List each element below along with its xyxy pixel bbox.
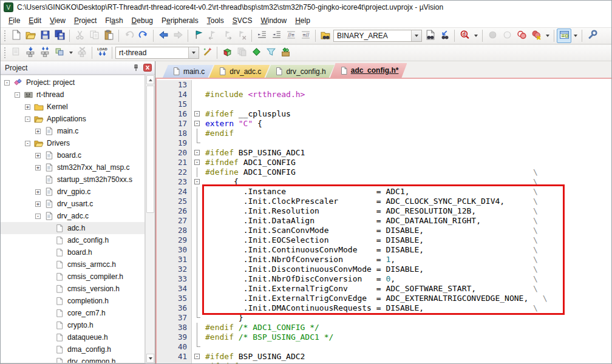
tree-item-applications[interactable]: -Applications	[1, 113, 144, 125]
code-line-31[interactable]: 31 .Init.NbrOfConversion = 1, \	[157, 255, 611, 265]
fold-collapse-marker[interactable]: -	[192, 177, 203, 187]
code-editor[interactable]: 1314#include <rtthread.h>1516-#ifdef __c…	[157, 80, 611, 363]
manage-components-button[interactable]	[220, 46, 234, 60]
tree-item-stm32h7xx-hal-msp-c[interactable]: +stm32h7xx_hal_msp.c	[1, 161, 144, 174]
menu-flash[interactable]: Flash	[101, 15, 127, 27]
incremental-find-button[interactable]	[437, 29, 452, 43]
fold-collapse-marker[interactable]: -	[192, 109, 203, 119]
tab-main-c[interactable]: main.c	[163, 65, 213, 78]
menu-svcs[interactable]: SVCS	[228, 15, 257, 27]
fold-collapse-marker[interactable]: -	[192, 158, 203, 167]
lookup-word-dropdown[interactable]	[472, 29, 480, 43]
tree-item-adc-config-h[interactable]: adc_config.h	[1, 234, 144, 246]
tree-item-main-c[interactable]: +main.c	[1, 125, 144, 137]
code-line-39[interactable]: 39#endif /* BSP_USING_ADC1 */	[157, 332, 611, 342]
paste-button[interactable]	[101, 29, 116, 43]
pack-installer-button[interactable]	[278, 46, 293, 60]
scrollbar-down-arrow[interactable]	[146, 354, 154, 363]
tab-drv-adc-c[interactable]: drv_adc.c	[209, 65, 270, 78]
expand-toggle[interactable]: +	[25, 104, 30, 110]
toolbar-grip[interactable]	[4, 30, 7, 42]
code-line-20[interactable]: 20-#ifdef BSP_USING_ADC1	[157, 148, 611, 158]
breakpoint-kill-all-dropdown[interactable]	[543, 29, 551, 43]
tree-item-drv-usart-c[interactable]: +drv_usart.c	[1, 198, 144, 210]
tree-item-cmsis-version-h[interactable]: cmsis_version.h	[1, 283, 144, 295]
tree-item-crypto-h[interactable]: crypto.h	[1, 319, 144, 331]
window-list-dropdown[interactable]	[571, 29, 579, 43]
collapse-toggle[interactable]: -	[25, 141, 30, 146]
tree-item-cmsis-armcc-h[interactable]: cmsis_armcc.h	[1, 258, 144, 271]
find-text-combo[interactable]: BINARY_AREA	[333, 30, 422, 42]
lookup-word-button[interactable]: d	[457, 29, 472, 43]
indent-button[interactable]	[254, 29, 269, 43]
code-line-38[interactable]: 38#endif /* ADC1_CONFIG */	[157, 323, 611, 332]
tree-item-completion-h[interactable]: completion.h	[1, 295, 144, 307]
code-line-35[interactable]: 35 .Init.ExternalTrigConvEdge = ADC_EXTE…	[157, 294, 611, 303]
fold-collapse-marker[interactable]: -	[192, 119, 203, 129]
code-line-13[interactable]: 13	[157, 80, 611, 90]
code-line-14[interactable]: 14#include <rtthread.h>	[157, 90, 611, 99]
tree-item-dma-config-h[interactable]: dma_config.h	[1, 343, 144, 356]
tree-item-dataqueue-h[interactable]: dataqueue.h	[1, 331, 144, 343]
find-text-combo-dropdown-arrow[interactable]	[411, 30, 421, 41]
tree-item-drv-adc-c[interactable]: -drv_adc.c	[1, 210, 144, 222]
batch-build-button[interactable]	[52, 46, 67, 60]
fold-collapse-marker[interactable]: -	[192, 148, 203, 158]
scrollbar-thumb[interactable]	[146, 86, 154, 213]
expand-toggle[interactable]: +	[35, 129, 41, 134]
manage-rte-button[interactable]	[249, 46, 264, 60]
code-line-30[interactable]: 30 .Init.ContinuousConvMode = DISABLE, \	[157, 245, 611, 255]
target-select-combo[interactable]: rt-thread	[115, 47, 199, 59]
collapse-toggle[interactable]: -	[35, 214, 41, 219]
tree-item-cmsis-compiler-h[interactable]: cmsis_compiler.h	[1, 271, 144, 283]
outdent-button[interactable]	[269, 29, 284, 43]
tree-item-startup-stm32h750xx-s[interactable]: startup_stm32h750xx.s	[1, 174, 144, 186]
tree-item-drv-common-h[interactable]: drv_common.h	[1, 356, 144, 363]
code-line-25[interactable]: 25 .Init.ClockPrescaler = ADC_CLOCK_SYNC…	[157, 197, 611, 206]
code-line-17[interactable]: 17-extern "C" {	[157, 119, 611, 129]
code-line-42[interactable]: 42-#ifndef ADC2_CONFIG	[157, 362, 611, 363]
bookmark-toggle-button[interactable]	[191, 29, 205, 43]
tree-item-kernel[interactable]: +Kernel	[1, 101, 144, 113]
fold-collapse-marker[interactable]: -	[192, 352, 203, 362]
code-line-24[interactable]: 24 .Instance = ADC1, \	[157, 187, 611, 197]
collapse-toggle[interactable]: -	[4, 80, 10, 86]
tab-drv-config-h[interactable]: drv_config.h	[265, 65, 334, 78]
save-button[interactable]	[38, 29, 52, 43]
menu-view[interactable]: View	[46, 15, 70, 27]
code-line-16[interactable]: 16-#ifdef __cplusplus	[157, 109, 611, 119]
code-line-22[interactable]: 22#define ADC1_CONFIG \	[157, 167, 611, 177]
comment-button[interactable]: //≡	[284, 29, 298, 43]
expand-toggle[interactable]: +	[35, 189, 41, 195]
expand-toggle[interactable]: +	[35, 165, 41, 170]
menu-file[interactable]: File	[4, 15, 24, 27]
code-line-41[interactable]: 41-#ifdef BSP_USING_ADC2	[157, 352, 611, 362]
menu-project[interactable]: Project	[70, 15, 101, 27]
pin-icon[interactable]	[131, 63, 141, 72]
download-button[interactable]: LOAD	[95, 46, 109, 60]
redo-button[interactable]	[136, 29, 151, 43]
tree-item-drivers[interactable]: -Drivers	[1, 137, 144, 149]
code-line-26[interactable]: 26 .Init.Resolution = ADC_RESOLUTION_12B…	[157, 206, 611, 216]
close-icon[interactable]	[143, 63, 152, 72]
menu-tools[interactable]: Tools	[203, 15, 228, 27]
tree-item-project-project[interactable]: -Project: project	[1, 76, 144, 89]
batch-build-dropdown[interactable]	[67, 46, 75, 60]
uncomment-button[interactable]: ≡//	[298, 29, 313, 43]
code-line-19[interactable]: 19	[157, 138, 611, 148]
code-line-33[interactable]: 33 .Init.NbrOfDiscConversion = 0, \	[157, 274, 611, 284]
expand-toggle[interactable]: +	[35, 201, 41, 207]
breakpoint-kill-all-button[interactable]	[529, 29, 543, 43]
code-line-23[interactable]: 23- { \	[157, 177, 611, 187]
code-line-36[interactable]: 36 .Init.DMAContinuousRequests = DISABLE…	[157, 303, 611, 313]
code-line-27[interactable]: 27 .Init.DataAlign = ADC_DATAALIGN_RIGHT…	[157, 216, 611, 226]
code-line-28[interactable]: 28 .Init.ScanConvMode = DISABLE, \	[157, 226, 611, 235]
menu-edit[interactable]: Edit	[24, 15, 46, 27]
code-line-34[interactable]: 34 .Init.ExternalTrigConv = ADC_SOFTWARE…	[157, 284, 611, 294]
tree-item-core-cm7-h[interactable]: core_cm7.h	[1, 307, 144, 319]
open-file-button[interactable]	[23, 29, 38, 43]
new-file-button[interactable]	[8, 29, 23, 43]
project-tree-scrollbar[interactable]	[145, 75, 155, 363]
expand-toggle[interactable]: +	[35, 153, 41, 158]
build-button[interactable]	[23, 46, 38, 60]
